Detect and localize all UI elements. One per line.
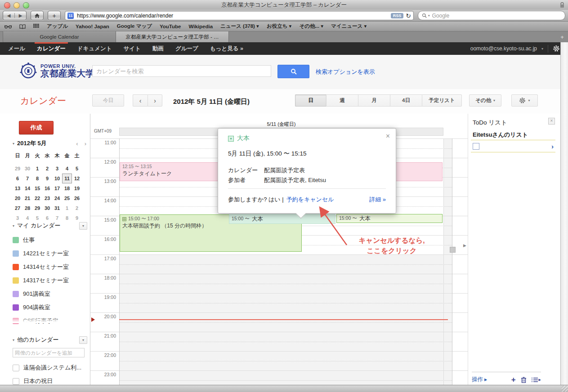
minical-day[interactable]: 1	[32, 164, 42, 174]
minical-day[interactable]: 14	[22, 183, 32, 193]
search-options-link[interactable]: 検索オプションを表示	[316, 68, 375, 76]
minical-day[interactable]: 27	[13, 203, 22, 213]
resize-grip[interactable]	[562, 386, 568, 392]
add-coworker-calendar-input[interactable]	[13, 348, 85, 357]
minical-day[interactable]: 31	[52, 203, 62, 213]
list-options-button[interactable]: ▶	[532, 377, 541, 383]
other-calendars-menu-button[interactable]: ▾	[79, 336, 87, 344]
minical-prev-button[interactable]: ‹	[76, 140, 78, 147]
calendar-list-item[interactable]: 14314セミナー室	[13, 260, 87, 274]
reader-glasses-icon[interactable]	[4, 24, 12, 29]
calendar-search-input[interactable]	[92, 65, 271, 77]
reload-button[interactable]: ↻	[406, 12, 411, 19]
todo-actions-menu[interactable]: 操作 ▶	[472, 376, 487, 383]
gbar-item[interactable]: カレンダー	[37, 42, 66, 55]
calendar-list-item[interactable]: 14317セミナー室	[13, 274, 87, 287]
grid-hour-row[interactable]: 17:00	[90, 254, 468, 274]
minical-day[interactable]: 23	[42, 193, 52, 203]
window-scrollbar[interactable]	[560, 42, 568, 385]
minical-day[interactable]: 18	[62, 183, 72, 193]
today-button[interactable]: 今日	[92, 94, 124, 107]
home-button[interactable]	[31, 11, 44, 20]
minical-day[interactable]: 29	[32, 203, 42, 213]
create-event-button[interactable]: 作成	[19, 121, 54, 134]
minical-day[interactable]: 30	[42, 203, 52, 213]
cancel-reservation-link[interactable]: 予約をキャンセル	[286, 196, 334, 204]
gbar-item[interactable]: メール	[8, 42, 25, 55]
grid-hour-row[interactable]: 18:00	[90, 274, 468, 293]
rss-badge[interactable]: RSS	[391, 13, 404, 18]
bookmark-item[interactable]: Google マップ	[117, 23, 152, 30]
window-titlebar[interactable]: 京都産業大学コンピュータ理工学部 – カレンダー	[0, 0, 568, 10]
gear-icon[interactable]	[553, 45, 560, 52]
minical-day[interactable]: 22	[32, 193, 42, 203]
minical-day[interactable]: 6	[13, 174, 22, 183]
minical-day[interactable]: 20	[13, 193, 22, 203]
browser-tab[interactable]: 京都産業大学コンピュータ理工学部 - …	[116, 31, 229, 42]
bookmark-item[interactable]: マイニュース ▾	[331, 23, 367, 30]
calendar-list-item[interactable]: 901講義室	[13, 287, 87, 301]
minical-day[interactable]: 2	[72, 203, 82, 213]
search-engine-caret-icon[interactable]: ▾	[428, 14, 430, 18]
bookmark-item[interactable]: Wikipedia	[188, 24, 213, 29]
top-sites-grid-icon[interactable]	[33, 24, 39, 29]
minical-day[interactable]: 13	[13, 183, 22, 193]
task-detail-arrow-icon[interactable]: ›	[551, 143, 554, 149]
calendar-list-item[interactable]: 遠隔会議システム利...	[13, 361, 87, 374]
minical-day[interactable]: 2	[42, 164, 52, 174]
bookmark-item[interactable]: YouTube	[160, 24, 181, 29]
view-button[interactable]: 週	[326, 94, 358, 107]
minical-day[interactable]: 9	[42, 174, 52, 183]
minical-day[interactable]: 17	[52, 183, 62, 193]
calendar-list-item[interactable]: 14221セミナー室	[13, 247, 87, 260]
gbar-item[interactable]: サイト	[124, 42, 141, 55]
grid-hour-row[interactable]: 22:00	[90, 351, 468, 370]
minical-day[interactable]: 26	[72, 193, 82, 203]
calendar-list-item[interactable]: 仕事	[13, 233, 87, 247]
minical-day[interactable]: 19	[72, 183, 82, 193]
back-button[interactable]: ◀	[3, 13, 14, 18]
add-tab-button[interactable]: +	[556, 31, 568, 42]
gbar-item[interactable]: 動画	[152, 42, 164, 55]
bookmark-item[interactable]: お役立ち ▾	[267, 23, 292, 30]
account-email[interactable]: oomoto@cse.kyoto-su.ac.jp	[470, 45, 537, 52]
minical-day[interactable]: 3	[52, 164, 62, 174]
grid-scrollbar-thumb[interactable]	[450, 247, 456, 253]
grid-hour-row[interactable]: 23:00	[90, 370, 468, 385]
todo-close-icon[interactable]: ×	[548, 118, 555, 125]
popup-close-icon[interactable]: ×	[386, 132, 390, 140]
browser-search-field[interactable]: ▾	[418, 11, 565, 20]
grid-hour-row[interactable]: 20:00	[90, 312, 468, 332]
gbar-item[interactable]: グループ	[175, 42, 198, 55]
details-link[interactable]: 詳細 »	[369, 196, 386, 204]
calendar-list-item[interactable]: 904講義室	[13, 301, 87, 314]
next-day-button[interactable]: ›	[148, 94, 162, 107]
view-button[interactable]: 予定リスト	[422, 94, 462, 107]
minical-day[interactable]: 7	[22, 174, 32, 183]
event-booked[interactable]: 15:00 〜 大本	[336, 214, 443, 223]
my-calendars-menu-button[interactable]: ▾	[79, 222, 87, 230]
add-task-button[interactable]: +	[511, 377, 516, 383]
minical-day[interactable]: 11	[62, 174, 72, 183]
minical-day[interactable]: 28	[22, 203, 32, 213]
minical-next-button[interactable]: ›	[85, 140, 86, 147]
minical-day[interactable]: 21	[22, 193, 32, 203]
minical-day[interactable]: 1	[62, 203, 72, 213]
address-bar[interactable]: 11 RSS ↻	[65, 11, 414, 20]
minical-day[interactable]: 15	[32, 183, 42, 193]
minical-day[interactable]: 16	[42, 183, 52, 193]
calendar-search-button[interactable]	[277, 65, 309, 78]
gbar-item[interactable]: ドキュメント	[77, 42, 112, 55]
event-selected[interactable]: 15:00 〜 大本	[229, 214, 335, 224]
settings-gear-button[interactable]: ▾	[511, 94, 538, 107]
day-column-header[interactable]: 5/11 (金曜日)	[119, 121, 443, 128]
more-button[interactable]: その他 ▾	[469, 94, 501, 107]
minical-day[interactable]: 30	[22, 164, 32, 174]
hour-cell[interactable]	[119, 371, 443, 385]
view-button[interactable]: 4日	[390, 94, 422, 107]
minical-day[interactable]: 4	[62, 164, 72, 174]
bookmark-item[interactable]: Yahoo! Japan	[76, 24, 109, 29]
task-checkbox[interactable]	[473, 143, 479, 150]
grid-hour-row[interactable]: 19:00	[90, 293, 468, 312]
gbar-item[interactable]: もっと見る »	[210, 42, 243, 55]
